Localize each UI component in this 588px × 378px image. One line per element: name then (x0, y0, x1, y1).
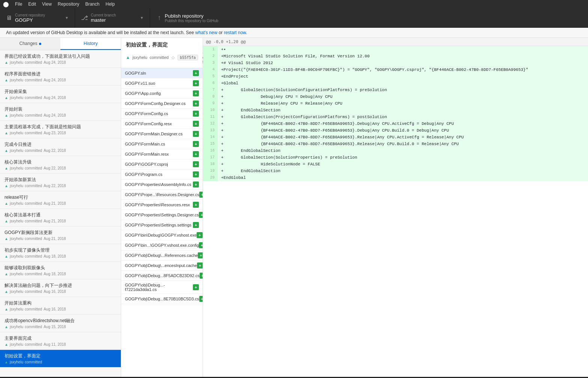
commit-user: jsxyhelu (10, 254, 23, 258)
commit-action-meta: committed (25, 272, 42, 276)
diff-line-number: 7 (203, 87, 218, 93)
commit-item[interactable]: 开始封装 ▲ jsxyhelu committed Aug 24, 2018 (0, 103, 121, 121)
diff-line: 19 + EndGlobalSection (203, 168, 588, 174)
diff-line-content: + {BF440ACE-B002-47B0-8DD7-F65EB0A99653}… (218, 141, 588, 147)
current-repository-button[interactable]: 🖥 Current repository GOGPY ▼ (0, 8, 75, 27)
file-added-icon: + (197, 232, 203, 238)
file-name: GOGPY\App.config (125, 91, 161, 96)
commit-item[interactable]: 开始添加新算法 ▲ jsxyhelu committed Aug 22, 201… (0, 174, 121, 191)
whats-new-link[interactable]: what's new (195, 30, 217, 35)
file-name: GOGPY\Properties\Resources.resx (125, 202, 190, 207)
file-item[interactable]: GOGPY\FormConfig.Designer.cs + (121, 99, 203, 109)
file-item[interactable]: GOGPY\obj\Debug...8F5ADCB23D92.cs + (121, 271, 203, 281)
commit-title: 开始算法重构 (5, 300, 116, 306)
file-name: GOGPY\Program.cs (125, 172, 162, 177)
commit-meta: ▲ jsxyhelu committed Aug 22, 2018 (5, 166, 116, 170)
commit-action-meta: committed (25, 166, 42, 170)
file-item[interactable]: GOGPY\FormMain.Designer.cs + (121, 129, 203, 139)
diff-line-content: +• (218, 46, 588, 53)
menu-bar: ⬤ File Edit View Repository Branch Help (0, 0, 588, 8)
file-item[interactable]: GOGPY\Program.cs + (121, 170, 203, 180)
commit-item[interactable]: 初始设置，界面定 ▲ jsxyhelu committed (0, 350, 121, 368)
file-item[interactable]: GOGPY\Properties\AssemblyInfo.cs + (121, 180, 203, 190)
user-icon: ▲ (5, 254, 8, 258)
tab-changes[interactable]: Changes (0, 38, 60, 50)
commit-item[interactable]: 成功将opencv和directshow.net融合 ▲ jsxyhelu co… (0, 315, 121, 332)
menu-repository[interactable]: Repository (58, 2, 79, 7)
commit-action-meta: committed (25, 78, 42, 82)
file-item[interactable]: GOGPY.sln + (121, 68, 203, 78)
commit-action-meta: committed (25, 360, 42, 364)
commit-item[interactable]: 解决算法融合问题，向下一步推进 ▲ jsxyhelu committed Aug… (0, 279, 121, 297)
diff-header: @@ -0,0 +1,20 @@ (203, 38, 588, 46)
file-item[interactable]: GOGPY\FormConfig.resx + (121, 119, 203, 129)
user-icon: ▲ (5, 201, 8, 206)
file-item[interactable]: GOGPY\bin\Debug\GOGPY.vshost.exe + (121, 230, 203, 240)
file-item[interactable]: GOGPY\App.config + (121, 88, 203, 99)
diff-container[interactable]: @@ -0,0 +1,20 @@ 1 +• 2 +Microsoft Visua… (203, 38, 588, 377)
commit-user: jsxyhelu (10, 113, 23, 117)
commit-user: jsxyhelu (10, 325, 23, 329)
file-item[interactable]: GOGPY\Properties\Settings.settings + (121, 220, 203, 230)
file-item[interactable]: GOGPY\obj\Debug\...References.cache + (121, 250, 203, 261)
restart-now-link[interactable]: restart now (224, 30, 246, 35)
app-logo-icon: ⬤ (3, 1, 9, 7)
commit-action-meta: committed (25, 342, 42, 346)
publish-subtitle: Publish this repository to GitHub (165, 19, 218, 23)
file-name: GOGPY\Properties\Settings.Designer.cs (125, 213, 199, 217)
commit-action: committed (150, 55, 169, 60)
file-item[interactable]: GOGPY\GOGPY.csproj + (121, 159, 203, 170)
commit-item[interactable]: 能够读取到双眼像头 ▲ jsxyhelu committed Aug 18, 2… (0, 262, 121, 279)
commit-item[interactable]: 初步实现了摄像头管理 ▲ jsxyhelu committed Aug 18, … (0, 244, 121, 262)
diff-line: 9 + Release|Any CPU = Release|Any CPU (203, 100, 588, 107)
file-item[interactable]: GOGPY\FormMain.resx + (121, 149, 203, 159)
commit-header-meta: ▲ jsxyhelu committed ◇ b55f5fa ○ 23 chan… (126, 51, 198, 64)
commit-item[interactable]: 开始算法重构 ▲ jsxyhelu committed Aug 16, 2018 (0, 297, 121, 315)
commit-meta: ▲ jsxyhelu committed Aug 24, 2018 (5, 78, 116, 82)
menu-branch[interactable]: Branch (85, 2, 99, 7)
commit-item[interactable]: 界面已经设置成功，下面就是算法引入问题 ▲ jsxyhelu committed… (0, 50, 121, 68)
commit-meta: ▲ jsxyhelu committed Aug 24, 2018 (5, 96, 116, 100)
user-icon: ▲ (5, 290, 8, 294)
commit-item[interactable]: 主要流程基本完成，下面就是性能问题 ▲ jsxyhelu committed A… (0, 121, 121, 138)
menu-help[interactable]: Help (105, 2, 115, 7)
commit-item[interactable]: GOGPY新搁段算法更新 ▲ jsxyhelu committed Aug 21… (0, 226, 121, 244)
diff-line-number: 12 (203, 120, 218, 127)
commit-title: 初步实现了摄像头管理 (5, 247, 116, 254)
tab-history[interactable]: History (60, 38, 121, 50)
commit-user: jsxyhelu (10, 166, 23, 170)
menu-edit[interactable]: Edit (28, 2, 36, 7)
publish-repository-button[interactable]: ↑ Publish repository Publish this reposi… (150, 8, 226, 27)
file-item[interactable]: GOGPY\obj\Debug\...encesInput.cache + (121, 261, 203, 271)
toolbar: 🖥 Current repository GOGPY ▼ ⎇ Current b… (0, 8, 588, 28)
commit-item[interactable]: 核心算法升级 ▲ jsxyhelu committed Aug 22, 2018 (0, 156, 121, 174)
commit-item[interactable]: 核心算法基本打通 ▲ jsxyhelu committed Aug 21, 20… (0, 209, 121, 226)
file-added-icon: + (193, 284, 199, 290)
commit-item[interactable]: 程序界面密错推进 ▲ jsxyhelu committed Aug 24, 20… (0, 68, 121, 86)
file-item[interactable]: GOGPY\FormConfig.cs + (121, 109, 203, 119)
file-item[interactable]: GOGPY\bin...\GOGPY.vshost.exe.config + (121, 240, 203, 250)
file-item[interactable]: GOGPY\Properties\Settings.Designer.cs + (121, 210, 203, 220)
commit-title: release可行 (5, 194, 116, 201)
update-or-text: or (217, 30, 224, 35)
commit-item[interactable]: release可行 ▲ jsxyhelu committed Aug 21, 2… (0, 191, 121, 209)
commit-title: 成功将opencv和directshow.net融合 (5, 318, 116, 324)
commit-item[interactable]: 主要界面完成 ▲ jsxyhelu committed Aug 11, 2018 (0, 332, 121, 350)
commit-action-meta: committed (25, 60, 42, 64)
commit-date: Aug 24, 2018 (44, 113, 66, 117)
menu-file[interactable]: File (15, 2, 22, 7)
file-item[interactable]: GOGPY\Properties\Resources.resx + (121, 200, 203, 210)
file-item[interactable]: GOGPY\obj\Debug...-f7221da3dda1.cs + (121, 281, 203, 294)
file-item[interactable]: GOGPY\FormMain.cs + (121, 139, 203, 149)
commit-item[interactable]: 开始俯采集 ▲ jsxyhelu committed Aug 24, 2018 (0, 86, 121, 103)
current-branch-button[interactable]: ⎇ Current branch master ▼ (75, 8, 150, 27)
publish-title: Publish repository (165, 13, 218, 19)
file-item[interactable]: GOGPY.v11.suo + (121, 78, 203, 88)
commit-item[interactable]: 完成今日推进 ▲ jsxyhelu committed Aug 22, 2018 (0, 138, 121, 156)
commit-action-meta: committed (25, 325, 42, 329)
file-item[interactable]: GOGPY\Prope...\Resources.Designer.cs + (121, 190, 203, 200)
commit-hash[interactable]: b55f5fa (177, 55, 198, 60)
menu-view[interactable]: View (42, 2, 52, 7)
file-item[interactable]: GOGPY\obj\Debug...8E70B10BC5D3.cs + (121, 294, 203, 304)
diff-line-content: + EndGlobalSection (218, 168, 588, 174)
